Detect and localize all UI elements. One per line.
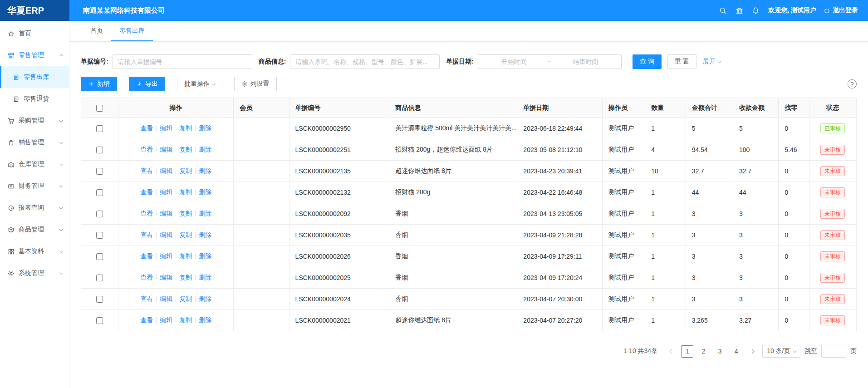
- edit-link[interactable]: 编辑: [160, 146, 172, 153]
- view-link[interactable]: 查看: [140, 146, 153, 153]
- delete-link[interactable]: 删除: [199, 124, 211, 132]
- row-checkbox[interactable]: [96, 296, 103, 303]
- search-button[interactable]: 查 询: [633, 54, 662, 69]
- view-link[interactable]: 查看: [140, 188, 153, 196]
- bank-icon[interactable]: [731, 0, 747, 21]
- row-checkbox[interactable]: [96, 232, 103, 239]
- sidebar-item-purchase[interactable]: 采购管理: [0, 110, 69, 132]
- batch-operations-button[interactable]: 批量操作: [177, 77, 222, 91]
- sidebar-item-system[interactable]: 系统管理: [0, 262, 69, 284]
- sidebar-item-retail-outbound[interactable]: 零售出库: [0, 66, 69, 88]
- col-qty: 数量: [645, 98, 686, 118]
- edit-link[interactable]: 编辑: [160, 124, 172, 132]
- view-link[interactable]: 查看: [140, 210, 153, 217]
- search-icon[interactable]: [715, 0, 731, 21]
- change-cell: 0: [779, 182, 809, 203]
- member-cell: [234, 203, 289, 225]
- edit-link[interactable]: 编辑: [160, 316, 172, 324]
- edit-link[interactable]: 编辑: [160, 210, 172, 217]
- copy-link[interactable]: 复制: [179, 316, 192, 324]
- edit-link[interactable]: 编辑: [160, 188, 172, 196]
- sidebar-item-reports[interactable]: 报表查询: [0, 197, 69, 219]
- delete-link[interactable]: 删除: [199, 210, 211, 217]
- copy-link[interactable]: 复制: [179, 252, 192, 260]
- row-checkbox[interactable]: [96, 253, 103, 260]
- page-button-2[interactable]: 2: [697, 345, 710, 358]
- sidebar-item-retail-return[interactable]: 零售退货: [0, 88, 69, 110]
- sidebar-item-warehouse[interactable]: 仓库管理: [0, 153, 69, 175]
- date-range-picker[interactable]: ~: [478, 54, 622, 69]
- copy-link[interactable]: 复制: [179, 188, 192, 196]
- view-link[interactable]: 查看: [140, 124, 153, 132]
- date-start-input[interactable]: [482, 58, 546, 65]
- bill-no-input[interactable]: [113, 54, 252, 69]
- row-checkbox[interactable]: [96, 168, 103, 175]
- sidebar-item-basedata[interactable]: 基本资料: [0, 241, 69, 262]
- delete-link[interactable]: 删除: [199, 274, 211, 281]
- qty-cell: 1: [645, 310, 686, 331]
- copy-link[interactable]: 复制: [179, 210, 192, 217]
- copy-link[interactable]: 复制: [179, 274, 192, 281]
- view-link[interactable]: 查看: [140, 252, 153, 260]
- copy-link[interactable]: 复制: [179, 146, 192, 153]
- logout-button[interactable]: 退出登录: [824, 6, 858, 15]
- next-page-button[interactable]: [746, 345, 758, 357]
- document-icon: [13, 96, 20, 103]
- page-button-1[interactable]: 1: [681, 345, 693, 358]
- copy-link[interactable]: 复制: [179, 124, 192, 132]
- page-size-select[interactable]: 10 条/页: [762, 345, 800, 358]
- delete-link[interactable]: 删除: [199, 316, 211, 324]
- reset-button[interactable]: 重 置: [667, 54, 696, 69]
- row-checkbox[interactable]: [96, 125, 103, 132]
- bell-icon[interactable]: [747, 0, 764, 21]
- copy-link[interactable]: 复制: [179, 295, 192, 302]
- row-checkbox[interactable]: [96, 211, 103, 217]
- sidebar-item-goods[interactable]: 商品管理: [0, 219, 69, 241]
- view-link[interactable]: 查看: [140, 274, 153, 281]
- prev-page-button[interactable]: [665, 345, 677, 357]
- page-button-3[interactable]: 3: [714, 345, 726, 358]
- delete-link[interactable]: 删除: [199, 188, 211, 196]
- view-link[interactable]: 查看: [140, 295, 153, 302]
- bill-date-label: 单据日期:: [446, 58, 474, 66]
- goods-cell: 香烟: [389, 203, 517, 225]
- sidebar-item-finance[interactable]: 财务管理: [0, 175, 69, 197]
- sidebar-item-retail[interactable]: 零售管理: [0, 44, 69, 66]
- tab-retail-outbound[interactable]: 零售出库: [111, 21, 153, 41]
- row-checkbox[interactable]: [96, 189, 103, 196]
- status-badge: 未审核: [820, 166, 845, 176]
- row-checkbox[interactable]: [96, 147, 103, 153]
- delete-link[interactable]: 删除: [199, 295, 211, 302]
- select-all-checkbox[interactable]: [96, 105, 103, 112]
- copy-link[interactable]: 复制: [179, 167, 192, 174]
- jump-page-input[interactable]: [821, 345, 846, 358]
- sidebar-item-home[interactable]: 首页: [0, 23, 69, 44]
- delete-link[interactable]: 删除: [199, 231, 211, 238]
- edit-link[interactable]: 编辑: [160, 252, 172, 260]
- user-welcome[interactable]: 欢迎您, 测试用户: [768, 6, 816, 15]
- row-checkbox[interactable]: [96, 317, 103, 324]
- column-settings-button[interactable]: 列设置: [234, 77, 277, 91]
- tab-home[interactable]: 首页: [82, 21, 111, 41]
- delete-link[interactable]: 删除: [199, 252, 211, 260]
- add-button[interactable]: 新增: [81, 77, 117, 91]
- export-button[interactable]: 导出: [129, 77, 165, 91]
- delete-link[interactable]: 删除: [199, 167, 211, 174]
- page-button-4[interactable]: 4: [730, 345, 742, 358]
- view-link[interactable]: 查看: [140, 231, 153, 238]
- sidebar-item-sales[interactable]: 销售管理: [0, 132, 69, 153]
- edit-link[interactable]: 编辑: [160, 295, 172, 302]
- help-icon[interactable]: ?: [848, 79, 857, 88]
- delete-link[interactable]: 删除: [199, 146, 211, 153]
- edit-link[interactable]: 编辑: [160, 274, 172, 281]
- copy-link[interactable]: 复制: [179, 231, 192, 238]
- goods-info-input[interactable]: [290, 54, 440, 69]
- edit-link[interactable]: 编辑: [160, 167, 172, 174]
- edit-link[interactable]: 编辑: [160, 231, 172, 238]
- date-end-input[interactable]: [554, 58, 618, 65]
- row-checkbox[interactable]: [96, 275, 103, 281]
- expand-link[interactable]: 展开: [703, 58, 721, 66]
- divider: [156, 232, 157, 238]
- view-link[interactable]: 查看: [140, 167, 153, 174]
- view-link[interactable]: 查看: [140, 316, 153, 324]
